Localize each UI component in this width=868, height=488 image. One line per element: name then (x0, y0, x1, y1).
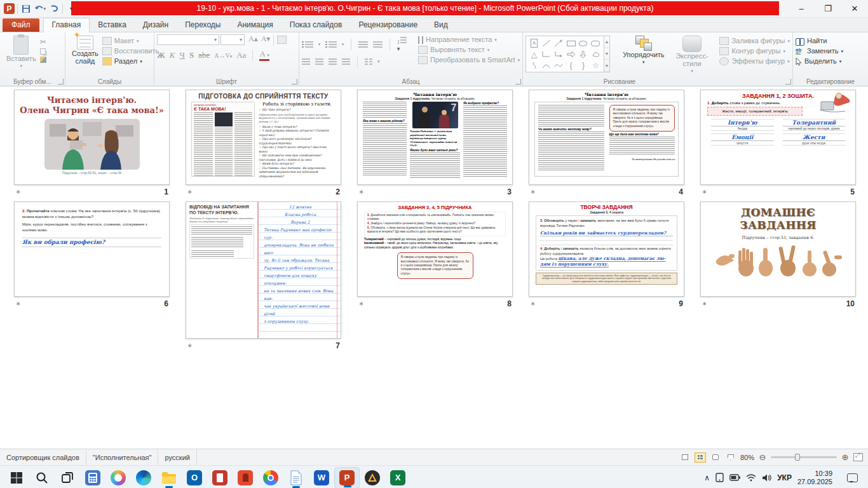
increase-indent-button[interactable] (373, 41, 383, 48)
curve-shape-icon[interactable] (554, 62, 563, 69)
find-button[interactable]: Найти (796, 37, 843, 45)
right-block-arrow-icon[interactable] (567, 51, 576, 58)
task-view-button[interactable] (55, 467, 80, 488)
notification-center-icon[interactable] (847, 473, 858, 482)
star-shape-icon[interactable]: ☆ (592, 62, 599, 69)
word-app-icon[interactable]: W (309, 467, 334, 488)
reading-view-button[interactable] (710, 452, 721, 463)
scribble-shape-icon[interactable] (531, 62, 538, 69)
tab-slideshow[interactable]: Показ слайдов (281, 18, 351, 32)
slide-thumbnail-6[interactable]: 2. Прочитайте ключові слова. На яке запи… (14, 201, 170, 297)
format-painter-button[interactable] (40, 57, 46, 63)
bold-button[interactable]: Ж (157, 50, 165, 60)
align-text-button[interactable]: Выровнять текст ▾ (418, 46, 520, 54)
undo-button[interactable]: ▾ (34, 3, 46, 15)
edge-browser-icon[interactable] (131, 467, 156, 488)
new-slide-button[interactable]: Создать слайд (68, 34, 102, 66)
paragraph-dialog-launcher[interactable] (515, 79, 521, 85)
blue-document-app-icon[interactable] (283, 467, 309, 488)
slide-thumbnail-9[interactable]: ТВОРЧІ ЗАВДАННЯ Завдання 3, 4 зошита 3. … (529, 201, 684, 297)
slide-thumbnail-5[interactable]: ЗАВДАННЯ 1, 2 ЗОШИТА. 1. Доберіть слова … (700, 90, 856, 185)
cut-button[interactable]: ✂ (40, 38, 46, 46)
italic-button[interactable]: К (170, 50, 175, 60)
powerpoint-app-taskbar-icon[interactable]: P (334, 467, 360, 488)
outlook-app-icon[interactable]: O (182, 467, 207, 488)
shapes-gallery-scrollbar[interactable]: ▲ ▼ ▼ (604, 36, 610, 72)
powerpoint-app-icon[interactable]: P (4, 3, 15, 14)
font-color-button[interactable]: A ▾ (259, 50, 269, 61)
transition-star-icon[interactable]: ✶ (530, 300, 536, 308)
minimize-button[interactable]: – (788, 0, 815, 17)
transition-star-icon[interactable]: ✶ (358, 188, 364, 196)
slide-thumbnail-3[interactable]: Читання інтерв'ю Завдання 1 підручника. … (357, 90, 513, 185)
strikethrough-button[interactable]: abe (198, 50, 210, 60)
battery-icon[interactable] (729, 474, 740, 481)
arc-shape-icon[interactable] (542, 62, 550, 69)
change-case-button[interactable]: Aa (236, 50, 246, 60)
shape-fill-button[interactable]: Заливка фигуры ▾ (719, 37, 790, 45)
transition-star-icon[interactable]: ✶ (187, 188, 193, 196)
decrease-font-button[interactable]: A▾ (261, 34, 271, 46)
convert-smartart-button[interactable]: Преобразовать в SmartArt ▾ (418, 56, 520, 64)
numbering-button[interactable] (329, 41, 337, 48)
status-language[interactable]: русский (158, 449, 196, 465)
rounded-rectangle-shape-icon[interactable] (591, 41, 600, 46)
paste-button[interactable]: Вставить▾ (3, 34, 40, 71)
shapes-gallery[interactable]: A △ { } ☆ (526, 36, 604, 72)
underline-button[interactable]: Ч (180, 50, 185, 60)
font-size-combobox[interactable]: ▾ (220, 34, 245, 45)
redo-button[interactable] (48, 3, 60, 15)
slide-sorter-area[interactable]: Читаємо інтерв'ю.Олена Чигрин «Є така мо… (0, 86, 868, 449)
slide-sorter-view-button[interactable] (695, 452, 706, 463)
avg-antivirus-icon[interactable] (360, 467, 385, 488)
zoom-out-button[interactable]: ⊖ (758, 452, 767, 462)
increase-font-button[interactable]: A▴ (248, 34, 258, 46)
start-button[interactable] (4, 467, 29, 488)
transition-star-icon[interactable]: ✶ (15, 188, 21, 196)
close-button[interactable]: ✕ (841, 0, 868, 17)
transition-star-icon[interactable]: ✶ (702, 188, 707, 196)
transition-star-icon[interactable]: ✶ (702, 300, 707, 308)
tab-home[interactable]: Главная (43, 18, 90, 32)
slideshow-view-button[interactable] (725, 452, 736, 463)
status-theme-name[interactable]: "Исполнительная" (86, 449, 159, 465)
file-explorer-icon[interactable] (156, 467, 182, 488)
oval-shape-icon[interactable] (579, 41, 587, 46)
down-block-arrow-icon[interactable] (580, 51, 587, 58)
slide-thumbnail-1[interactable]: Читаємо інтерв'ю.Олена Чигрин «Є така мо… (14, 90, 170, 185)
transition-star-icon[interactable]: ✶ (358, 300, 364, 308)
align-center-button[interactable] (315, 58, 323, 65)
tab-insert[interactable]: Вставка (90, 18, 135, 32)
shadow-button[interactable]: S (189, 50, 194, 60)
taskbar-clock[interactable]: 10:39 27.09.2025 (797, 470, 832, 486)
clipboard-dialog-launcher[interactable] (58, 79, 64, 85)
arrow-shape-icon[interactable] (554, 39, 563, 47)
shape-effects-button[interactable]: Эффекты фигур ▾ (719, 57, 790, 65)
restore-button[interactable]: ❐ (815, 0, 841, 17)
tab-design[interactable]: Дизайн (135, 18, 177, 32)
zoom-slider-thumb[interactable] (795, 454, 800, 461)
hidden-icons-chevron[interactable]: ∧ (704, 473, 710, 482)
transition-star-icon[interactable]: ✶ (15, 300, 21, 308)
customize-quick-access-button[interactable]: ▾ (65, 3, 77, 15)
tab-transitions[interactable]: Переходы (177, 18, 229, 32)
font-name-combobox[interactable]: ▾ (157, 34, 219, 45)
tab-view[interactable]: Вид (426, 18, 456, 32)
red-book-app-icon[interactable] (207, 467, 233, 488)
save-button[interactable] (20, 3, 32, 15)
rectangle-shape-icon[interactable] (567, 41, 576, 46)
transition-star-icon[interactable]: ✶ (187, 342, 193, 350)
decrease-indent-button[interactable] (358, 41, 368, 48)
font-dialog-launcher[interactable] (292, 79, 297, 85)
line-spacing-button[interactable]: ↕▾ (397, 37, 410, 52)
reset-button[interactable]: Восстановить (102, 47, 159, 55)
right-brace-shape-icon[interactable]: } (582, 62, 585, 69)
red-media-app-icon[interactable] (233, 467, 258, 488)
tab-review[interactable]: Рецензирование (350, 18, 426, 32)
calculator-app-icon[interactable] (80, 467, 105, 488)
layout-button[interactable]: Макет ▾ (102, 37, 159, 45)
slide-thumbnail-2[interactable]: ПІДГОТОВКА ДО СПРИЙНЯТТЯ ТЕКСТУ ЧИТАЄМО … (186, 90, 341, 185)
character-spacing-button[interactable]: A↔V▾ (214, 52, 232, 59)
columns-button[interactable] (365, 58, 372, 65)
shapes-scroll-down[interactable]: ▼ (604, 48, 609, 60)
